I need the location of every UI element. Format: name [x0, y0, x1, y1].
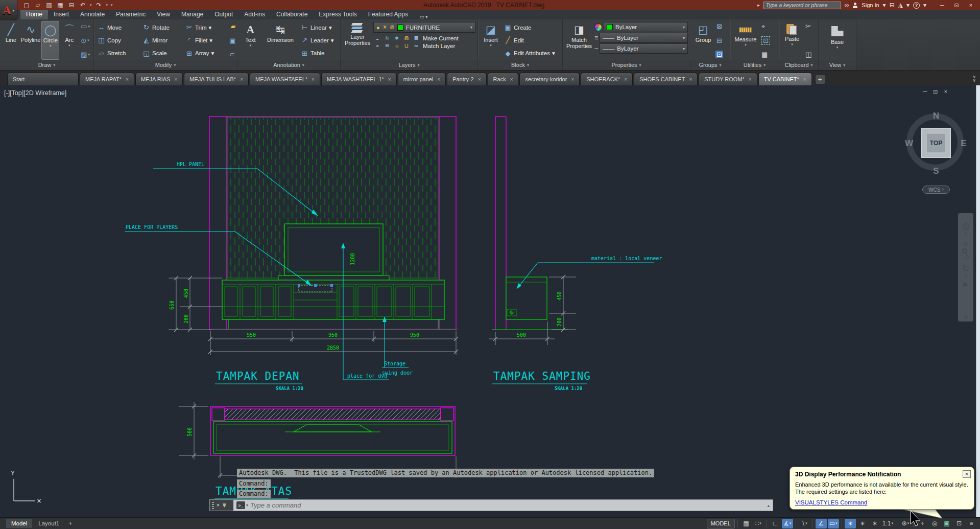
top-view-geometry[interactable]: [210, 406, 455, 455]
sign-in-button[interactable]: Sign In: [862, 2, 879, 8]
file-tab[interactable]: MEJA WASHTAFEL*×: [250, 73, 320, 85]
ribbon-tab-addins[interactable]: Add-ins: [238, 10, 271, 19]
pan-icon[interactable]: ↔↕: [961, 238, 970, 246]
close-icon[interactable]: ×: [388, 77, 391, 82]
close-button[interactable]: ×: [964, 2, 978, 9]
viewcube-west[interactable]: W: [905, 139, 913, 149]
ribbon-tab-home[interactable]: Home: [20, 10, 48, 19]
rectangle-button[interactable]: ▭▾: [80, 22, 91, 30]
command-bar-grip[interactable]: × ⋔: [210, 500, 233, 511]
zoom-icon[interactable]: [962, 248, 970, 257]
search-collapse-icon[interactable]: ▸: [757, 3, 760, 8]
panel-label-view[interactable]: View▾: [819, 60, 856, 70]
panel-label-annotation[interactable]: Annotation▾: [237, 60, 340, 70]
open-file-icon[interactable]: ▱: [34, 2, 42, 9]
application-menu-button[interactable]: A ▾: [0, 0, 17, 20]
help-chevron-icon[interactable]: ▾: [923, 2, 926, 9]
search-input[interactable]: [763, 2, 841, 9]
panel-label-modify[interactable]: Modify▾: [94, 60, 237, 70]
front-view-title[interactable]: TAMPAK DEPAN SKALA 1:20: [215, 370, 303, 391]
dim-950[interactable]: 950: [328, 332, 338, 338]
graphics-performance-button[interactable]: ▣: [941, 519, 952, 528]
side-view-title[interactable]: TAMPAK SAMPING SKALA 1:20: [492, 370, 591, 391]
id-point-button[interactable]: ⌖: [760, 22, 771, 31]
file-tab[interactable]: secretary koridor×: [519, 73, 580, 85]
match-layer-icon[interactable]: ≂: [412, 42, 420, 49]
lineweight-toggle[interactable]: ▭▾: [828, 519, 839, 528]
layer-dropdown[interactable]: ● ☀ ⋒ FURNITURE ▾: [373, 22, 475, 33]
label-storage[interactable]: Storage: [384, 361, 405, 366]
label-place-for-players[interactable]: PLACE FOR PLAYERS: [126, 224, 178, 230]
ribbon-tab-collaborate[interactable]: Collaborate: [271, 10, 313, 19]
navigation-bar[interactable]: × ◎ ▾ ↔↕ ▾ ↻ ▾ ▶ ⊖: [958, 213, 973, 321]
undo-icon[interactable]: ↶: [79, 2, 87, 9]
viewport-minimize-icon[interactable]: ─: [923, 88, 927, 95]
polyline-button[interactable]: ∿ Polyline: [21, 21, 41, 60]
object-color-dropdown[interactable]: ByLayer ▾: [604, 22, 688, 32]
ribbon-tab-manage[interactable]: Manage: [176, 10, 209, 19]
scale-button[interactable]: ◱Scale: [141, 49, 183, 58]
redo-chevron-icon[interactable]: ▾: [106, 3, 108, 7]
group-button[interactable]: ◰ Group: [692, 21, 714, 60]
table-button[interactable]: ⊞Table: [299, 49, 338, 58]
new-layout-button[interactable]: +: [65, 520, 75, 527]
notification-close-button[interactable]: ×: [963, 470, 971, 478]
model-tab[interactable]: Model: [6, 519, 32, 528]
drawing-area[interactable]: 650 450 200 950 950 950 2850 1200 HPL PA…: [0, 85, 980, 517]
model-space-button[interactable]: MODEL: [707, 519, 735, 528]
layer-on-icon[interactable]: ◓: [373, 43, 381, 49]
recent-commands-icon[interactable]: ▾: [246, 503, 248, 508]
ortho-toggle[interactable]: ∟: [770, 519, 781, 528]
edit-attributes-button[interactable]: ◆Edit Attributes▾: [503, 49, 560, 58]
file-tab[interactable]: Pantry-2×: [447, 73, 486, 85]
viewcube[interactable]: N S W E TOP WCS▿: [904, 110, 968, 197]
dim-450[interactable]: 450: [557, 291, 562, 301]
navbar-close-icon[interactable]: ×: [969, 214, 972, 219]
navigation-wheel-icon[interactable]: ◎: [962, 221, 970, 232]
match-layer-button[interactable]: Match Layer: [423, 43, 455, 49]
measure-button[interactable]: Measure ▾: [732, 21, 759, 60]
ribbon-tab-view[interactable]: View: [151, 10, 176, 19]
layer-freeze-icon[interactable]: ∗: [393, 35, 401, 41]
ribbon-tab-insert[interactable]: Insert: [48, 10, 75, 19]
close-icon[interactable]: ×: [312, 77, 315, 82]
command-input[interactable]: [250, 501, 767, 509]
copy-clip-button[interactable]: ◫: [804, 51, 812, 58]
panel-label-layers[interactable]: Layers▾: [341, 60, 477, 70]
viewcube-north[interactable]: N: [933, 111, 939, 121]
viewcube-south[interactable]: S: [933, 166, 939, 176]
a360-icon[interactable]: ◮: [898, 2, 903, 9]
lineweight-dropdown[interactable]: —— ByLayer ▾: [600, 33, 688, 43]
dim-950[interactable]: 950: [247, 332, 256, 338]
qat-customize-icon[interactable]: ▾: [111, 3, 113, 7]
edit-block-button[interactable]: ╱Edit: [503, 36, 560, 44]
object-snap-toggle[interactable]: ∗: [845, 519, 856, 528]
circle-button[interactable]: ◯ Circle ▾: [41, 21, 59, 60]
file-tab[interactable]: Rack×: [488, 73, 519, 85]
layer-properties-button[interactable]: Layer Properties: [343, 21, 372, 60]
close-icon[interactable]: ×: [174, 77, 177, 82]
snap-toggle[interactable]: ∷▾: [753, 519, 764, 528]
file-tab[interactable]: MEJA WASHTAFEL-1*×: [321, 73, 397, 85]
viewport-restore-icon[interactable]: ⊡: [933, 88, 938, 95]
save-as-icon[interactable]: ▦: [56, 2, 64, 9]
ribbon-tab-express-tools[interactable]: Express Tools: [313, 10, 362, 19]
offset-button[interactable]: ⊂: [228, 51, 238, 58]
command-close-icon[interactable]: ×: [217, 502, 220, 508]
linetype-dropdown[interactable]: —— ByLayer ▾: [600, 43, 688, 54]
make-current-button[interactable]: Make Current: [423, 35, 459, 41]
mirror-button[interactable]: ◭Mirror: [141, 36, 183, 44]
dim-650[interactable]: 650: [169, 301, 175, 310]
hatch-button[interactable]: ▨▾: [80, 51, 91, 58]
ribbon-tab-parametric[interactable]: Parametric: [110, 10, 151, 19]
dim-950[interactable]: 950: [410, 332, 419, 338]
match-properties-button[interactable]: ◨ Match Properties: [565, 21, 593, 60]
make-current-icon[interactable]: ≣: [412, 35, 420, 41]
dimension-button[interactable]: ↹ Dimension: [262, 21, 298, 60]
dim-2850[interactable]: 2850: [327, 345, 339, 351]
app-store-icon[interactable]: ⊟: [890, 2, 895, 9]
viewcube-east[interactable]: E: [961, 139, 966, 149]
panel-label-draw[interactable]: Draw▾: [0, 60, 93, 70]
ribbon-tab-featured-apps[interactable]: Featured Apps: [363, 10, 414, 19]
dim-1200[interactable]: 1200: [350, 253, 355, 265]
